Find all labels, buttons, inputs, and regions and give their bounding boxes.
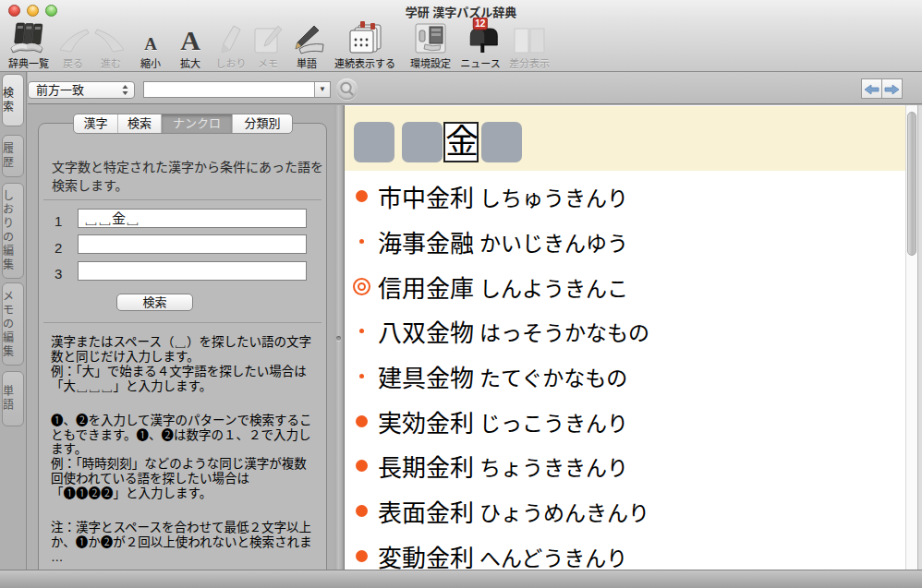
svg-text:12: 12 [475,18,486,29]
